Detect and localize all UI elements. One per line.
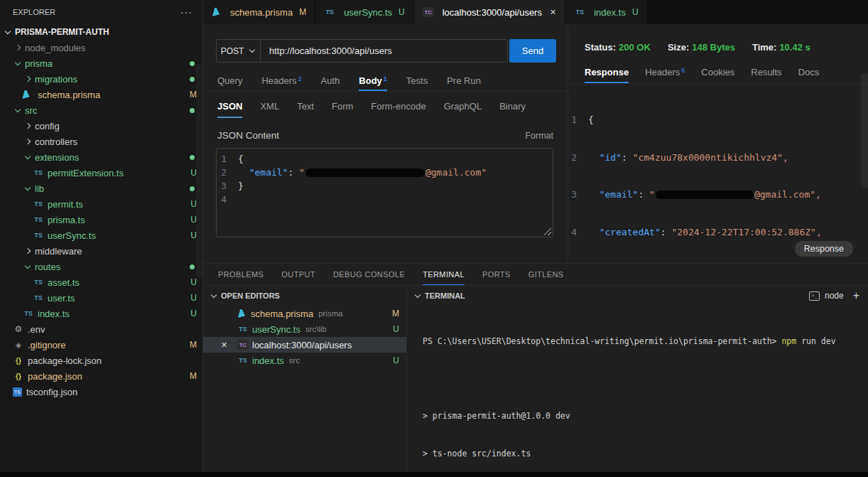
tree-file-env[interactable]: ⚙.env [0, 321, 202, 337]
tab-ports[interactable]: PORTS [482, 264, 511, 285]
file-tree: PRISMA-PERMIT-AUTH node_modules prisma m… [0, 24, 202, 400]
typescript-icon: TS [237, 326, 249, 333]
open-editor-index-ts[interactable]: TS index.ts src U [203, 353, 406, 368]
tab-usersync-ts[interactable]: TS userSync.ts U [315, 0, 414, 24]
tab-form-encode[interactable]: Form-encode [371, 101, 425, 118]
open-editors-header[interactable]: OPEN EDITORS [203, 286, 406, 306]
tab-gitlens[interactable]: GITLENS [528, 264, 564, 285]
typescript-icon: TS [33, 216, 44, 223]
tree-folder-migrations[interactable]: migrations [0, 71, 202, 87]
response-status-bar: Status:200 OK Size:148 Bytes Time:10.42 … [585, 42, 868, 53]
tab-index-ts[interactable]: TS index.ts U [565, 0, 647, 24]
open-editors-section: OPEN EDITORS schema.prisma prisma M TS u… [203, 286, 407, 472]
response-toggle-button[interactable]: Response [795, 241, 853, 257]
tab-binary[interactable]: Binary [499, 101, 526, 118]
tab-auth[interactable]: Auth [321, 73, 340, 91]
tree-file-schema-prisma[interactable]: schema.prismaM [0, 87, 202, 102]
request-tabs: Query Headers2 Auth Body1 Tests Pre Run [203, 73, 568, 92]
tree-file-asset-ts[interactable]: TSasset.tsU [0, 274, 202, 290]
shell-name[interactable]: node [825, 291, 844, 301]
tree-file-user-ts[interactable]: TSuser.tsU [0, 290, 202, 306]
tab-debug-console[interactable]: DEBUG CONSOLE [333, 264, 405, 285]
terminal-shell-icon: >_ [809, 291, 820, 301]
time-value: 10.42 s [779, 42, 810, 53]
close-icon[interactable]: ✕ [221, 341, 227, 350]
send-button[interactable]: Send [509, 39, 556, 63]
tab-body[interactable]: Body1 [359, 73, 387, 91]
url-input[interactable] [261, 40, 507, 62]
chevron-right-icon [23, 246, 33, 256]
tree-folder-extensions[interactable]: extensions [0, 149, 202, 165]
prisma-icon [22, 90, 30, 99]
tab-docs[interactable]: Docs [798, 65, 820, 83]
more-actions-icon[interactable]: ··· [180, 6, 192, 18]
request-body-editor[interactable]: 1{ 2 "email": "@gmail.com" 3} 4 [216, 148, 553, 237]
tree-file-prisma-ts[interactable]: TSprisma.tsU [0, 212, 202, 227]
tab-pre-run[interactable]: Pre Run [447, 73, 481, 91]
tree-folder-prisma[interactable]: prisma [0, 55, 202, 71]
method-select[interactable]: POST [217, 40, 261, 62]
tab-headers[interactable]: Headers2 [261, 73, 301, 91]
terminal-header[interactable]: TERMINAL [413, 286, 465, 306]
tab-cookies[interactable]: Cookies [701, 65, 734, 83]
tab-schema-prisma[interactable]: schema.prisma M [203, 0, 315, 24]
git-dot-badge [190, 186, 195, 191]
tab-resp-headers[interactable]: Headers6 [645, 65, 685, 83]
chevron-down-icon [13, 105, 23, 115]
tab-problems[interactable]: PROBLEMS [218, 264, 264, 285]
tree-file-index-ts[interactable]: TSindex.tsU [0, 306, 202, 321]
git-dot-badge [190, 108, 195, 113]
format-link[interactable]: Format [525, 131, 553, 141]
tab-output[interactable]: OUTPUT [281, 264, 315, 285]
panel-tab-bar: PROBLEMS OUTPUT DEBUG CONSOLE TERMINAL P… [203, 264, 868, 285]
tab-form[interactable]: Form [332, 101, 353, 118]
tree-folder-src[interactable]: src [0, 102, 202, 118]
tree-folder-lib[interactable]: lib [0, 181, 202, 196]
thunder-client-icon: TC [423, 7, 434, 17]
tab-terminal[interactable]: TERMINAL [423, 264, 465, 285]
terminal-section: TERMINAL >_ node + PS C:\Users\USER\Desk… [407, 286, 868, 472]
chevron-right-icon [13, 43, 23, 53]
new-terminal-button[interactable]: + [853, 289, 859, 302]
tab-results[interactable]: Results [751, 65, 781, 83]
tree-file-tsconfig[interactable]: TStsconfig.json [0, 384, 202, 400]
prisma-icon [212, 8, 219, 16]
tree-file-permitextension[interactable]: TSpermitExtension.tsU [0, 165, 202, 181]
tab-localhost-api-users[interactable]: TC localhost:3000/api/users ✕ [414, 0, 565, 24]
bottom-panel: PROBLEMS OUTPUT DEBUG CONSOLE TERMINAL P… [203, 263, 868, 472]
open-editor-schema-prisma[interactable]: schema.prisma prisma M [203, 306, 406, 321]
body-type-tabs: JSON XML Text Form Form-encode GraphQL B… [203, 101, 568, 118]
resize-handle[interactable] [543, 227, 551, 235]
tree-file-package-json[interactable]: {}package.jsonM [0, 368, 202, 384]
tab-query[interactable]: Query [217, 73, 242, 91]
tree-file-permit-ts[interactable]: TSpermit.tsU [0, 196, 202, 212]
terminal-output[interactable]: PS C:\Users\USER\Desktop\technical-writi… [407, 306, 868, 477]
tree-folder-config[interactable]: config [0, 118, 202, 134]
tree-folder-node-modules[interactable]: node_modules [0, 40, 202, 55]
tab-xml[interactable]: XML [260, 101, 279, 118]
tree-root[interactable]: PRISMA-PERMIT-AUTH [0, 24, 202, 40]
tab-tests[interactable]: Tests [406, 73, 428, 91]
tree-folder-routes[interactable]: routes [0, 259, 202, 274]
typescript-icon: TS [33, 279, 44, 286]
tab-json[interactable]: JSON [217, 101, 242, 118]
git-dot-badge [190, 77, 195, 82]
tab-graphql[interactable]: GraphQL [444, 101, 482, 118]
open-editor-usersync[interactable]: TS userSync.ts src\lib U [203, 321, 406, 337]
tree-folder-controllers[interactable]: controllers [0, 134, 202, 149]
request-panel: POST Send Query Headers2 Auth Body1 Test… [203, 24, 568, 263]
tree-file-package-lock[interactable]: {}package-lock.json [0, 353, 202, 368]
tab-response[interactable]: Response [585, 65, 629, 83]
close-icon[interactable]: ✕ [550, 8, 556, 17]
tree-folder-middleware[interactable]: middleware [0, 243, 202, 259]
thunder-client-icon: TC [237, 340, 249, 350]
tree-file-gitignore[interactable]: ◈.gitignoreM [0, 337, 202, 353]
sidebar-scrollbar[interactable] [196, 64, 202, 277]
open-editor-localhost-api-users[interactable]: ✕ TC localhost:3000/api/users [203, 337, 406, 353]
tab-text[interactable]: Text [297, 101, 314, 118]
tree-file-usersync-ts[interactable]: TSuserSync.tsU [0, 227, 202, 243]
typescript-icon: TS [33, 169, 44, 176]
typescript-icon: TS [33, 200, 44, 208]
json-braces-icon: {} [13, 357, 24, 365]
response-scrollbar[interactable] [861, 74, 868, 188]
